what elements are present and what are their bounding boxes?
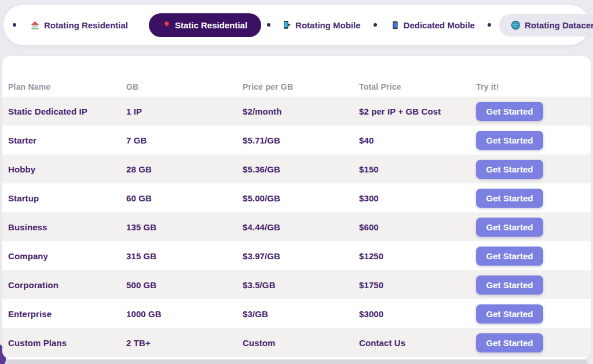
gb-cell: 1 IP	[126, 106, 243, 116]
table-row: Business 135 GB $4.44/GB $600 Get Starte…	[2, 212, 591, 241]
total-price-cell: $300	[359, 193, 476, 203]
table-row: Custom Plans 2 TB+ Custom Contact Us Get…	[2, 328, 591, 357]
nav-item-label: Static Residential	[175, 20, 247, 30]
get-started-button[interactable]: Get Started	[476, 304, 543, 323]
gb-cell: 500 GB	[126, 280, 243, 290]
get-started-button[interactable]: Get Started	[476, 275, 543, 295]
nav-item-dedicated-mobile[interactable]: Dedicated Mobile	[391, 20, 475, 30]
table-row: Static Dedicated IP 1 IP $2/month $2 per…	[2, 97, 591, 126]
globe-icon	[511, 20, 521, 30]
total-price-cell: $3000	[359, 309, 476, 319]
total-price-cell: $1750	[359, 280, 476, 290]
price-per-gb-cell: $5.36/GB	[243, 164, 359, 174]
gb-cell: 7 GB	[126, 135, 243, 145]
nav-separator-dot	[13, 23, 16, 27]
gb-cell: 60 GB	[126, 193, 243, 203]
price-per-gb-cell: $3/GB	[243, 309, 359, 319]
total-price-cell: $2 per IP + GB Cost	[359, 106, 476, 116]
table-header-row: Plan Name GB Price per GB Total Price Tr…	[2, 77, 591, 97]
plan-name-cell: Corporation	[8, 280, 126, 290]
nav-item-label: Rotating Mobile	[295, 20, 361, 30]
get-started-button[interactable]: Get Started	[476, 131, 543, 150]
column-header-gb: GB	[126, 82, 243, 91]
gb-cell: 315 GB	[126, 251, 243, 261]
plan-name-cell: Startup	[8, 193, 126, 203]
total-price-cell: $150	[359, 164, 476, 174]
table-row: Enterprise 1000 GB $3/GB $3000 Get Start…	[2, 299, 591, 328]
get-started-button[interactable]: Get Started	[476, 247, 543, 266]
nav-item-static-residential[interactable]: Static Residential	[149, 13, 261, 37]
total-price-cell: $1250	[359, 251, 476, 261]
nav-item-rotating-residential[interactable]: Rotating Residential	[30, 20, 128, 30]
nav-separator-dot	[488, 23, 491, 27]
price-per-gb-cell: $3.5/GB	[243, 280, 359, 290]
get-started-button[interactable]: Get Started	[476, 218, 543, 237]
table-row: Company 315 GB $3.97/GB $1250 Get Starte…	[2, 241, 591, 270]
get-started-button[interactable]: Get Started	[476, 102, 543, 121]
plan-name-cell: Business	[8, 222, 126, 232]
pricing-page: Rotating Residential Static Residential	[0, 0, 593, 364]
table-row: Starter 7 GB $5.71/GB $40 Get Started	[2, 126, 591, 155]
column-header-try-it: Try it!	[476, 82, 591, 91]
price-per-gb-cell: $4.44/GB	[243, 222, 359, 232]
mobile-icon	[391, 21, 400, 30]
column-header-total-price: Total Price	[359, 82, 476, 91]
nav-item-label: Dedicated Mobile	[404, 20, 475, 30]
pricing-table-card: Plan Name GB Price per GB Total Price Tr…	[2, 56, 591, 359]
gb-cell: 2 TB+	[126, 338, 243, 348]
pin-icon	[163, 21, 171, 30]
plan-name-cell: Hobby	[8, 164, 126, 174]
plan-name-cell: Enterprise	[8, 309, 126, 319]
gb-cell: 135 GB	[126, 222, 243, 232]
nav-separator-dot	[267, 23, 270, 27]
table-row: Startup 60 GB $5.00/GB $300 Get Started	[2, 183, 591, 212]
total-price-cell: Contact Us	[359, 338, 476, 348]
table-row: Corporation 500 GB $3.5/GB $1750 Get Sta…	[2, 270, 591, 299]
nav-separator-dot	[374, 23, 377, 27]
nav-item-label: Rotating Residential	[44, 20, 128, 30]
plan-name-cell: Company	[8, 251, 126, 261]
get-started-button[interactable]: Get Started	[476, 189, 543, 208]
nav-item-label: Rotating Datacenter	[525, 20, 593, 30]
total-price-cell: $600	[359, 222, 476, 232]
nav-item-rotating-datacenter[interactable]: Rotating Datacenter	[499, 14, 593, 36]
column-header-plan-name: Plan Name	[8, 82, 126, 91]
plan-name-cell: Static Dedicated IP	[8, 106, 126, 116]
next-section-edge	[5, 360, 588, 364]
column-header-price-per-gb: Price per GB	[243, 82, 359, 91]
plan-name-cell: Starter	[8, 135, 126, 145]
mobile-arrow-icon	[282, 20, 291, 30]
price-per-gb-cell: $2/month	[243, 106, 359, 116]
price-per-gb-cell: Custom	[243, 338, 359, 348]
nav-item-rotating-mobile[interactable]: Rotating Mobile	[282, 20, 361, 30]
gb-cell: 28 GB	[126, 164, 243, 174]
house-icon	[30, 20, 40, 30]
get-started-button[interactable]: Get Started	[476, 333, 543, 352]
gb-cell: 1000 GB	[126, 309, 243, 319]
get-started-button[interactable]: Get Started	[476, 160, 543, 179]
price-per-gb-cell: $5.00/GB	[243, 193, 359, 203]
price-per-gb-cell: $5.71/GB	[243, 135, 359, 145]
price-per-gb-cell: $3.97/GB	[243, 251, 359, 261]
total-price-cell: $40	[359, 135, 476, 145]
plan-name-cell: Custom Plans	[8, 338, 126, 348]
table-row: Hobby 28 GB $5.36/GB $150 Get Started	[2, 155, 591, 183]
plan-type-nav: Rotating Residential Static Residential	[3, 5, 590, 45]
